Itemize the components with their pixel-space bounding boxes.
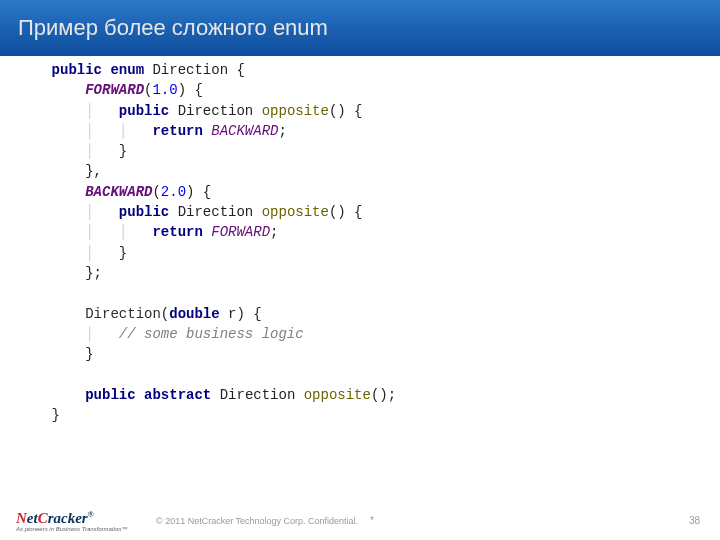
logo: NetCracker® As pioneers in Business Tran… xyxy=(16,510,128,532)
code-line: │ public Direction opposite() { xyxy=(18,101,720,121)
code-line: } xyxy=(18,405,720,425)
page-number: 38 xyxy=(689,515,700,526)
copyright: © 2011 NetCracker Technology Corp. Confi… xyxy=(156,516,358,526)
code-line: FORWARD(1.0) { xyxy=(18,80,720,100)
code-line xyxy=(18,364,720,384)
footer-asterisk: * xyxy=(370,515,374,526)
code-line: │ public Direction opposite() { xyxy=(18,202,720,222)
code-line: │ } xyxy=(18,141,720,161)
code-line: │ // some business logic xyxy=(18,324,720,344)
code-line: }, xyxy=(18,161,720,181)
code-line: │ │ return BACKWARD; xyxy=(18,121,720,141)
code-line: │ } xyxy=(18,243,720,263)
logo-tagline: As pioneers in Business Transformation™ xyxy=(16,526,128,532)
code-line: │ │ return FORWARD; xyxy=(18,222,720,242)
logo-text: NetCracker® xyxy=(16,510,128,527)
footer: NetCracker® As pioneers in Business Tran… xyxy=(0,504,720,532)
code-line: } xyxy=(18,344,720,364)
slide-header: Пример более сложного enum xyxy=(0,0,720,56)
code-line: }; xyxy=(18,263,720,283)
code-block: public enum Direction { FORWARD(1.0) { │… xyxy=(0,56,720,425)
code-line: BACKWARD(2.0) { xyxy=(18,182,720,202)
slide-title: Пример более сложного enum xyxy=(18,15,328,41)
code-line: public abstract Direction opposite(); xyxy=(18,385,720,405)
code-line: public enum Direction { xyxy=(18,60,720,80)
code-line xyxy=(18,283,720,303)
code-line: Direction(double r) { xyxy=(18,304,720,324)
